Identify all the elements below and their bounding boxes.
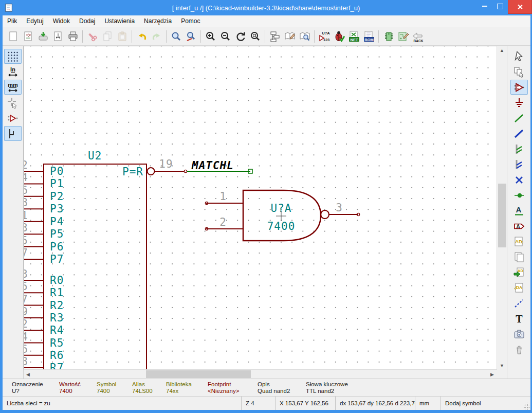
horizontal-scroll-thumb[interactable]	[146, 370, 251, 378]
schematic-drawing: U2P02P14P26P38P411P513P615P717R03R15R27R…	[24, 46, 497, 369]
place-hierarchical-label-button[interactable]: AD	[510, 234, 528, 249]
units-inch-button[interactable]: In	[4, 64, 22, 79]
menu-edytuj[interactable]: Edytuj	[22, 16, 48, 26]
hierarchy-navigator-button[interactable]	[268, 29, 282, 43]
place-sheet-pin-button[interactable]: DA	[510, 280, 528, 295]
units-mm-button[interactable]: mm	[4, 80, 22, 95]
hidden-pins-button[interactable]	[4, 111, 22, 125]
copy-button[interactable]	[100, 29, 114, 43]
paste-button[interactable]	[115, 29, 129, 43]
cut-icon	[86, 30, 99, 43]
scroll-up-arrow[interactable]: ▲	[497, 46, 507, 55]
hierarchy-explorer-icon	[513, 66, 525, 78]
grid-toggle-button[interactable]	[4, 49, 22, 64]
schematic-text: 15	[24, 235, 28, 247]
zoom-in-button[interactable]	[204, 29, 217, 43]
cursor-shape-button[interactable]	[4, 95, 22, 110]
pcb-editor-button[interactable]	[396, 29, 410, 43]
assign-footprints-button[interactable]	[381, 29, 395, 43]
menu-pomoc[interactable]: Pomoc	[176, 16, 205, 26]
schematic-text: P=R	[122, 166, 143, 178]
place-sheet-pin-icon: DA	[513, 282, 525, 294]
zoom-fit-button[interactable]	[248, 29, 262, 43]
place-hierarchical-sheet-button[interactable]	[510, 249, 528, 264]
scroll-down-arrow[interactable]: ▼	[497, 361, 507, 370]
bus-to-bus-entry-icon	[513, 158, 525, 171]
save-schematic-button[interactable]	[36, 29, 50, 43]
menu-plik[interactable]: Plik	[3, 16, 22, 26]
svg-text:A: A	[516, 223, 520, 229]
find-button[interactable]	[169, 29, 183, 43]
menu-narzdzia[interactable]: Narzędzia	[139, 16, 176, 26]
bom-button[interactable]: phantomBOM	[362, 29, 376, 43]
print-button[interactable]	[66, 29, 80, 43]
title-bar: [ interf_u /] (C:\kicad-winbuilder-3.3\k…	[0, 0, 532, 15]
minimize-button[interactable]	[477, 0, 492, 12]
maximize-button[interactable]	[492, 0, 508, 12]
delete-item-button[interactable]	[510, 342, 528, 357]
toolbar-separator	[314, 30, 315, 43]
zoom-in-icon	[205, 30, 217, 43]
resize-grip[interactable]	[523, 403, 530, 410]
place-image-button[interactable]	[510, 327, 528, 342]
open-schematic-button[interactable]	[21, 29, 35, 43]
place-net-label-icon: A	[513, 205, 525, 217]
select-tool-button[interactable]	[510, 49, 528, 64]
schematic-text: 2	[219, 216, 227, 228]
vertical-scroll-thumb[interactable]	[498, 184, 506, 247]
place-no-connect-button[interactable]	[510, 172, 528, 187]
zoom-redraw-button[interactable]	[233, 29, 247, 43]
menu-widok[interactable]: Widok	[48, 16, 75, 26]
place-junction-button[interactable]	[510, 188, 528, 203]
library-editor-button[interactable]	[283, 29, 297, 43]
schematic-text: 6	[24, 184, 28, 196]
back-annotate-button[interactable]: BACK	[411, 29, 425, 43]
gate-u-a[interactable]: 123U?A7400	[205, 190, 359, 241]
place-power-port-button[interactable]	[510, 95, 528, 110]
menu-dodaj[interactable]: Dodaj	[75, 16, 100, 26]
undo-button[interactable]	[135, 29, 149, 43]
scroll-left-arrow[interactable]: ◀	[24, 370, 32, 379]
hierarchy-explorer-button[interactable]	[510, 64, 528, 79]
netlist-button[interactable]: NET	[347, 29, 361, 43]
schematic-canvas[interactable]: U2P02P14P26P38P411P513P615P717R03R15R27R…	[24, 46, 497, 369]
toolbar-separator	[132, 30, 132, 43]
library-browser-button[interactable]	[298, 29, 311, 43]
place-text-button[interactable]: T	[510, 311, 528, 326]
place-global-label-button[interactable]: A	[510, 219, 528, 234]
page-settings-button[interactable]	[51, 29, 65, 43]
toolbar-separator	[166, 30, 167, 43]
new-schematic-button[interactable]	[6, 29, 20, 43]
place-wire-button[interactable]	[510, 111, 528, 125]
close-button[interactable]	[508, 0, 532, 14]
menu-ustawienia[interactable]: Ustawienia	[100, 16, 139, 26]
vertical-scrollbar[interactable]: ▲ ▼	[497, 46, 507, 370]
find-replace-button[interactable]	[184, 29, 198, 43]
wire-to-bus-entry-button[interactable]	[510, 141, 528, 156]
annotate-button[interactable]: U?A123	[317, 29, 331, 43]
zoom-out-button[interactable]	[218, 29, 232, 43]
place-net-label-button[interactable]: A	[510, 203, 528, 218]
horizontal-scrollbar[interactable]: ◀ ▶	[24, 369, 497, 379]
bus-to-bus-entry-button[interactable]	[510, 157, 528, 172]
svg-text:NET: NET	[350, 37, 358, 42]
schematic-text: 4	[24, 171, 28, 184]
import-sheet-pin-button[interactable]: AD	[510, 265, 528, 280]
scroll-right-arrow[interactable]: ▶	[488, 370, 497, 379]
top-toolbar: U?A123NETphantomBOMBACK	[3, 27, 530, 46]
erc-button[interactable]	[332, 29, 346, 43]
save-schematic-icon	[37, 30, 49, 43]
place-symbol-button[interactable]	[510, 80, 528, 95]
schematic-text: 5	[24, 280, 28, 293]
cut-button[interactable]	[85, 29, 99, 43]
place-graphic-line-button[interactable]	[510, 296, 528, 311]
hv-orientation-button[interactable]	[4, 126, 22, 141]
field-value: 7400	[59, 388, 97, 394]
field-alias: Alias74LS00	[132, 379, 166, 396]
place-bus-button[interactable]	[510, 126, 528, 141]
zoom-out-icon	[219, 30, 232, 43]
zoom-redraw-icon	[234, 30, 247, 43]
redo-button[interactable]	[150, 29, 163, 43]
schematic-text: 13	[24, 222, 28, 234]
toolbar-separator	[200, 30, 201, 43]
